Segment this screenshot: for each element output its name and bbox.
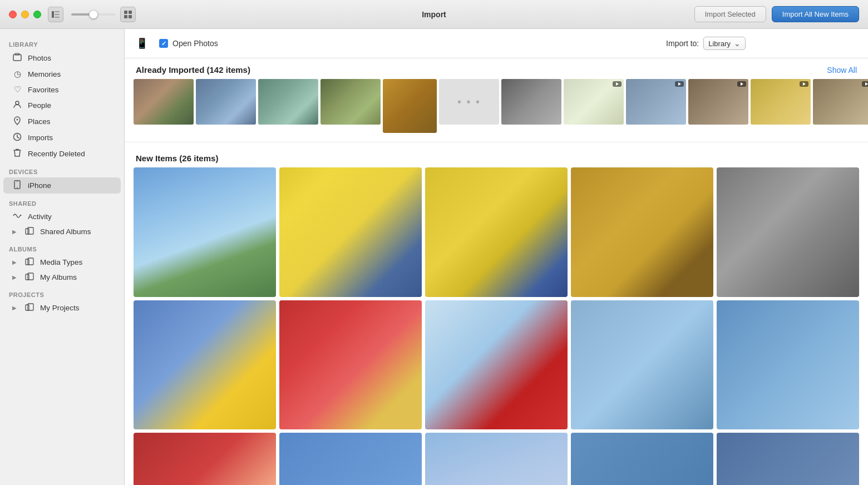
- open-photos-text: Open Photos: [172, 39, 218, 48]
- import-all-button[interactable]: Import All New Items: [772, 6, 859, 22]
- already-imported-header: Already Imported (142 items) Show All: [125, 58, 868, 79]
- svg-rect-2: [55, 14, 60, 15]
- svg-marker-24: [616, 82, 619, 86]
- sidebar-item-recently-deleted[interactable]: Recently Deleted: [3, 146, 121, 162]
- content-area: 📱 ✓ Open Photos Import to: Library ⌄ Alr…: [125, 29, 868, 485]
- svg-rect-0: [52, 11, 54, 18]
- new-photo-12[interactable]: [279, 433, 422, 485]
- zoom-slider-container: [71, 13, 116, 16]
- already-imported-photo-5[interactable]: [383, 79, 437, 133]
- my-projects-expander[interactable]: ▶: [12, 305, 17, 311]
- recently-deleted-icon: [12, 149, 22, 159]
- zoom-slider[interactable]: [71, 13, 116, 16]
- library-section-header: Library: [0, 34, 124, 50]
- places-label: Places: [28, 117, 51, 126]
- recently-deleted-label: Recently Deleted: [28, 150, 85, 158]
- shared-section-header: Shared: [0, 194, 124, 209]
- new-photo-3[interactable]: [425, 167, 568, 297]
- open-photos-label: ✓ Open Photos: [159, 39, 218, 48]
- new-photo-2[interactable]: [279, 167, 422, 297]
- grid-view-button[interactable]: [120, 7, 136, 22]
- media-types-icon: [24, 258, 34, 267]
- svg-rect-4: [124, 11, 127, 14]
- import-destination-select[interactable]: Library ⌄: [703, 37, 746, 50]
- main-layout: Library Photos ◷ Memories ♡ Favorites Pe…: [0, 29, 868, 485]
- svg-rect-16: [26, 229, 29, 234]
- svg-rect-8: [13, 55, 21, 61]
- media-types-label: Media Types: [40, 258, 82, 266]
- new-photo-4[interactable]: [571, 167, 713, 297]
- svg-rect-3: [55, 17, 60, 18]
- sidebar-item-activity[interactable]: Activity: [3, 209, 121, 224]
- sidebar-item-photos[interactable]: Photos: [3, 50, 121, 66]
- sidebar-item-my-albums[interactable]: ▶ My Albums: [3, 270, 121, 285]
- import-selected-button[interactable]: Import Selected: [694, 6, 766, 22]
- new-items-row-2: [134, 300, 859, 430]
- sidebar-item-people[interactable]: People: [3, 97, 121, 113]
- already-imported-photo-1[interactable]: [134, 79, 194, 125]
- svg-point-15: [17, 187, 18, 189]
- svg-point-11: [17, 119, 18, 121]
- already-imported-photo-2[interactable]: [196, 79, 256, 125]
- svg-rect-7: [129, 15, 132, 18]
- svg-marker-25: [678, 82, 681, 86]
- titlebar: Import Import Selected Import All New It…: [0, 0, 868, 29]
- sidebar-item-my-projects[interactable]: ▶ My Projects: [3, 300, 121, 315]
- svg-marker-26: [741, 82, 743, 86]
- new-photo-11[interactable]: [134, 433, 276, 485]
- new-photo-8[interactable]: [425, 300, 568, 430]
- sidebar-item-media-types[interactable]: ▶ Media Types: [3, 255, 121, 270]
- people-label: People: [28, 101, 51, 110]
- titlebar-controls: [48, 7, 136, 22]
- svg-rect-18: [26, 259, 29, 265]
- sidebar-item-shared-albums[interactable]: ▶ Shared Albums: [3, 224, 121, 239]
- new-photo-10[interactable]: [717, 300, 859, 430]
- new-photo-13[interactable]: [425, 433, 568, 485]
- new-photo-14[interactable]: [571, 433, 713, 485]
- shared-albums-expander[interactable]: ▶: [12, 229, 17, 235]
- traffic-lights: [9, 11, 41, 18]
- new-photo-1[interactable]: [134, 167, 276, 297]
- new-photo-15[interactable]: [717, 433, 859, 485]
- show-all-link[interactable]: Show All: [827, 66, 857, 75]
- sidebar-toggle-button[interactable]: [48, 7, 63, 22]
- new-photo-5[interactable]: [717, 167, 859, 297]
- already-imported-photo-10[interactable]: [688, 79, 748, 125]
- new-photo-6[interactable]: [134, 300, 276, 430]
- already-imported-photo-4[interactable]: [320, 79, 381, 125]
- iphone-label: iPhone: [28, 181, 51, 190]
- my-albums-label: My Albums: [40, 273, 77, 281]
- open-photos-checkbox[interactable]: ✓: [159, 39, 168, 48]
- projects-section-header: Projects: [0, 285, 124, 300]
- select-arrow-icon: ⌄: [734, 39, 741, 48]
- imports-label: Imports: [28, 133, 53, 142]
- my-projects-icon: [24, 303, 34, 313]
- sidebar-item-places[interactable]: Places: [3, 113, 121, 130]
- already-imported-photo-3[interactable]: [258, 79, 318, 125]
- close-button[interactable]: [9, 11, 17, 18]
- already-imported-row: • • •: [125, 79, 868, 142]
- sidebar-item-memories[interactable]: ◷ Memories: [3, 66, 121, 82]
- shared-albums-icon: [24, 227, 34, 236]
- already-imported-photo-8[interactable]: [564, 79, 624, 125]
- maximize-button[interactable]: [33, 11, 41, 18]
- already-imported-placeholder: • • •: [439, 79, 499, 125]
- media-types-expander[interactable]: ▶: [12, 259, 17, 265]
- import-to-text: Import to:: [666, 39, 699, 48]
- already-imported-photo-7[interactable]: [501, 79, 561, 125]
- video-badge-9: [675, 81, 684, 87]
- my-albums-expander[interactable]: ▶: [12, 274, 17, 280]
- sidebar-item-favorites[interactable]: ♡ Favorites: [3, 82, 121, 97]
- import-toolbar: 📱 ✓ Open Photos Import to: Library ⌄: [125, 29, 868, 58]
- svg-marker-28: [865, 82, 868, 86]
- minimize-button[interactable]: [21, 11, 29, 18]
- sidebar-item-iphone[interactable]: iPhone: [3, 177, 121, 194]
- devices-section-header: Devices: [0, 162, 124, 177]
- new-photo-9[interactable]: [571, 300, 713, 430]
- shared-albums-label: Shared Albums: [40, 227, 91, 236]
- new-photo-7[interactable]: [279, 300, 422, 430]
- sidebar-item-imports[interactable]: Imports: [3, 130, 121, 146]
- already-imported-photo-11[interactable]: [751, 79, 811, 125]
- already-imported-photo-9[interactable]: [626, 79, 686, 125]
- already-imported-photo-12[interactable]: [813, 79, 868, 125]
